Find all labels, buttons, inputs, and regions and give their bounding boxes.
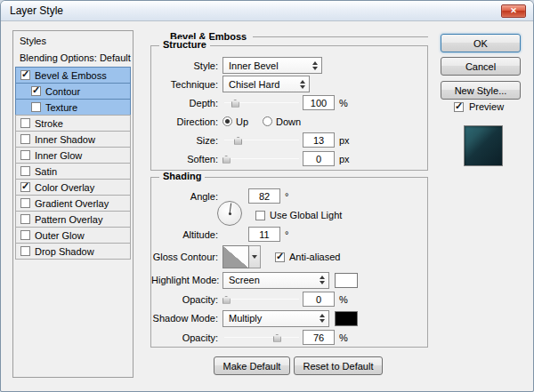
sidebar-item-stroke[interactable]: Stroke	[15, 115, 131, 132]
sidebar-item-gradient-overlay[interactable]: Gradient Overlay	[15, 195, 131, 212]
highlight-mode-label: Highlight Mode:	[151, 275, 222, 285]
sidebar-item-color-overlay[interactable]: Color Overlay	[15, 179, 131, 196]
slider-track	[224, 158, 299, 159]
shadow-opacity-slider[interactable]	[224, 332, 299, 343]
style-label: Style:	[151, 60, 222, 71]
slider-thumb[interactable]	[222, 156, 231, 164]
shadow-mode-row: Shadow Mode: Multiply	[151, 308, 427, 328]
structure-group: Structure Style: Inner Bevel Technique: …	[150, 45, 428, 171]
angle-unit: °	[285, 191, 288, 202]
sidebar-item-inner-shadow[interactable]: Inner Shadow	[15, 131, 131, 148]
technique-label: Technique:	[151, 79, 222, 90]
sidebar-item-bevel-emboss[interactable]: Bevel & Emboss	[15, 67, 131, 84]
altitude-row: Altitude: °	[151, 225, 427, 244]
sidebar-item-label: Satin	[35, 166, 57, 177]
shadow-mode-select[interactable]: Multiply	[222, 310, 329, 327]
angle-row: Angle: °	[151, 187, 427, 205]
gloss-contour-thumbnail[interactable]	[222, 245, 249, 268]
new-style-button[interactable]: New Style...	[441, 81, 521, 100]
sidebar-item-label: Outer Glow	[35, 230, 85, 241]
size-input[interactable]	[303, 132, 335, 148]
shading-group: Shading Angle: ° Use Global Light Altitu…	[150, 177, 428, 348]
bevel-emboss-checkbox[interactable]	[20, 70, 30, 80]
color-overlay-checkbox[interactable]	[20, 182, 30, 192]
highlight-opacity-slider[interactable]	[224, 294, 299, 305]
styles-panel: Styles Blending Options: Default Bevel &…	[12, 30, 134, 378]
slider-track	[224, 337, 299, 338]
preview-checkbox[interactable]	[454, 102, 464, 112]
contour-checkbox[interactable]	[31, 86, 41, 96]
highlight-color-swatch[interactable]	[335, 273, 358, 288]
direction-down-radio[interactable]	[263, 116, 272, 126]
shadow-color-swatch[interactable]	[335, 311, 358, 326]
shadow-opacity-input[interactable]	[303, 330, 335, 345]
global-light-row: Use Global Light	[151, 205, 427, 225]
soften-label: Soften:	[151, 154, 222, 164]
outer-glow-checkbox[interactable]	[20, 230, 30, 240]
sidebar-item-label: Inner Shadow	[35, 134, 95, 145]
ok-button[interactable]: OK	[441, 34, 521, 52]
shadow-opacity-unit: %	[339, 332, 348, 343]
highlight-mode-select[interactable]: Screen	[222, 272, 329, 289]
texture-checkbox[interactable]	[31, 102, 41, 112]
sidebar-item-blending-options[interactable]: Blending Options: Default	[13, 50, 133, 67]
depth-label: Depth:	[151, 98, 222, 108]
satin-checkbox[interactable]	[20, 166, 30, 176]
slider-thumb[interactable]	[273, 334, 281, 342]
use-global-light-checkbox[interactable]	[255, 211, 265, 220]
inner-shadow-checkbox[interactable]	[20, 134, 30, 144]
anti-aliased-checkbox[interactable]	[275, 252, 285, 262]
sidebar-item-inner-glow[interactable]: Inner Glow	[15, 147, 131, 164]
slider-thumb[interactable]	[222, 296, 231, 304]
angle-dial[interactable]	[217, 201, 242, 226]
size-slider[interactable]	[224, 135, 299, 146]
sidebar-item-label: Stroke	[35, 118, 63, 129]
reset-to-default-button[interactable]: Reset to Default	[294, 356, 383, 375]
make-default-button[interactable]: Make Default	[214, 356, 290, 375]
angle-input[interactable]	[248, 188, 280, 204]
sidebar-item-label: Drop Shadow	[35, 246, 94, 257]
direction-up-radio[interactable]	[222, 116, 232, 126]
slider-thumb[interactable]	[234, 137, 242, 145]
shadow-opacity-row: Opacity: %	[151, 328, 427, 347]
direction-row: Direction: Up Down	[151, 112, 427, 131]
altitude-input[interactable]	[248, 227, 280, 242]
title-divider	[253, 36, 428, 37]
direction-up-label: Up	[236, 116, 248, 127]
title-bar[interactable]: Layer Style ✕	[1, 1, 533, 21]
shading-legend: Shading	[159, 171, 205, 181]
depth-slider[interactable]	[224, 98, 299, 108]
style-row: Style: Inner Bevel	[151, 56, 427, 75]
size-unit: px	[339, 135, 350, 146]
dropdown-arrows-icon	[300, 76, 305, 92]
depth-input[interactable]	[303, 95, 335, 110]
close-icon[interactable]: ✕	[501, 4, 526, 18]
highlight-opacity-input[interactable]	[303, 292, 335, 307]
drop-shadow-checkbox[interactable]	[20, 246, 30, 256]
inner-glow-checkbox[interactable]	[20, 150, 30, 160]
angle-center-dot	[229, 212, 231, 215]
soften-input[interactable]	[303, 151, 335, 166]
stroke-checkbox[interactable]	[20, 118, 30, 128]
shadow-mode-value: Multiply	[229, 313, 262, 324]
technique-select[interactable]: Chisel Hard	[222, 76, 310, 92]
highlight-opacity-row: Opacity: %	[151, 290, 427, 308]
sidebar-item-satin[interactable]: Satin	[15, 163, 131, 180]
technique-row: Technique: Chisel Hard	[151, 75, 427, 93]
slider-thumb[interactable]	[231, 100, 239, 108]
style-select[interactable]: Inner Bevel	[222, 57, 322, 74]
sidebar-item-drop-shadow[interactable]: Drop Shadow	[15, 243, 131, 260]
sidebar-item-pattern-overlay[interactable]: Pattern Overlay	[15, 211, 131, 228]
altitude-label: Altitude:	[151, 229, 222, 240]
slider-track	[224, 299, 299, 300]
gradient-overlay-checkbox[interactable]	[20, 198, 30, 208]
cancel-button[interactable]: Cancel	[441, 57, 521, 76]
sidebar-item-contour[interactable]: Contour	[15, 83, 131, 100]
layer-style-dialog: Layer Style ✕ Styles Blending Options: D…	[0, 0, 534, 392]
gloss-contour-dropdown-arrow-icon[interactable]	[249, 245, 261, 268]
soften-slider[interactable]	[224, 154, 299, 164]
sidebar-item-texture[interactable]: Texture	[15, 99, 131, 116]
sidebar-item-outer-glow[interactable]: Outer Glow	[15, 227, 131, 244]
pattern-overlay-checkbox[interactable]	[20, 214, 30, 224]
use-global-light-label: Use Global Light	[270, 210, 342, 220]
